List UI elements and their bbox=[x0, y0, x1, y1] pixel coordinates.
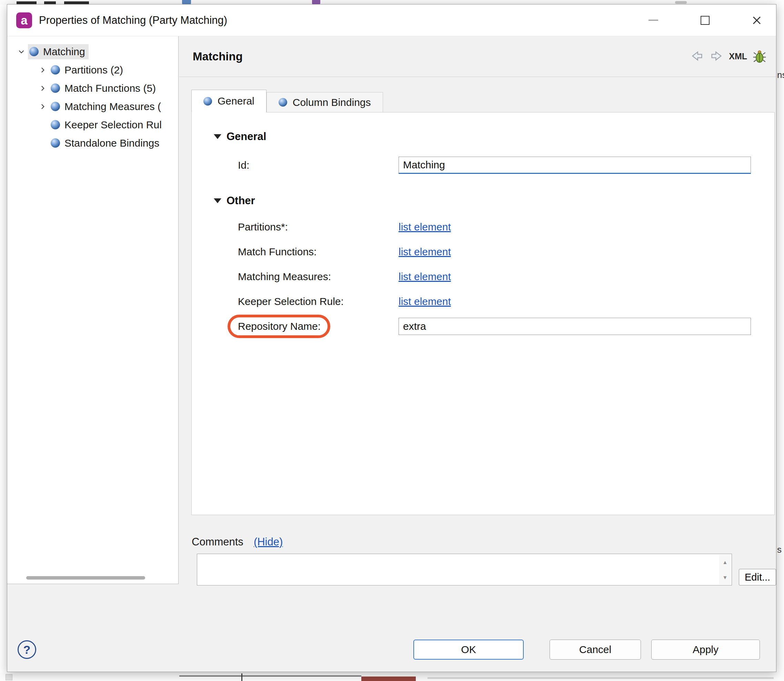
field-label-matching-measures: Matching Measures: bbox=[238, 271, 398, 282]
chevron-down-icon[interactable] bbox=[16, 47, 27, 57]
other-section-rows: Partitions*: list element Match Function… bbox=[192, 215, 775, 339]
chevron-right-icon[interactable] bbox=[38, 65, 48, 75]
comments-label: Comments bbox=[192, 536, 243, 548]
form-row-id: Id: bbox=[192, 152, 775, 179]
section-title: General bbox=[226, 130, 266, 143]
model-node-icon bbox=[29, 47, 39, 56]
help-icon[interactable]: ? bbox=[17, 640, 36, 659]
tree-item-match-functions[interactable]: Match Functions (5) bbox=[7, 79, 178, 97]
field-label-match-functions: Match Functions: bbox=[238, 246, 398, 258]
background-scrollbar-fragment bbox=[427, 677, 774, 679]
repository-name-input[interactable] bbox=[398, 318, 751, 335]
maximize-icon bbox=[700, 16, 710, 25]
comments-area: ▲ ▼ Edit... bbox=[197, 554, 776, 586]
background-red-fragment bbox=[361, 676, 416, 681]
window-controls bbox=[612, 10, 767, 31]
tab-general[interactable]: General bbox=[191, 90, 267, 112]
background-fragment bbox=[179, 675, 361, 676]
tab-content: General Id: Other Partitions*: list elem… bbox=[191, 112, 775, 515]
tree-item-label: Matching Measures ( bbox=[65, 101, 161, 112]
minimize-button[interactable] bbox=[643, 10, 664, 31]
tab-column-bindings[interactable]: Column Bindings bbox=[267, 92, 383, 112]
comment-field-container: ▲ ▼ bbox=[197, 554, 732, 586]
model-node-icon bbox=[204, 97, 212, 106]
scrollbar-thumb[interactable] bbox=[26, 576, 145, 580]
tree-item-label: Partitions (2) bbox=[65, 64, 123, 76]
model-node-icon bbox=[51, 120, 60, 129]
tree-item-label: Match Functions (5) bbox=[65, 82, 156, 94]
dialog-footer: ? OK Cancel Apply bbox=[7, 640, 776, 660]
model-tree-panel: Matching Partitions (2) Match Functions … bbox=[7, 36, 179, 584]
form-row-matching-measures: Matching Measures: list element bbox=[192, 264, 775, 289]
form-row-keeper-selection-rule: Keeper Selection Rule: list element bbox=[192, 289, 775, 314]
xml-view-button[interactable]: XML bbox=[729, 51, 747, 62]
section-header-general[interactable]: General bbox=[214, 130, 775, 143]
back-arrow-icon bbox=[690, 50, 704, 63]
section-header-other[interactable]: Other bbox=[214, 195, 775, 207]
comments-header: Comments (Hide) bbox=[192, 536, 283, 548]
hide-comments-link[interactable]: (Hide) bbox=[254, 536, 283, 548]
scroll-up-icon[interactable]: ▲ bbox=[719, 555, 731, 569]
tab-label: General bbox=[218, 95, 254, 107]
forward-button[interactable] bbox=[710, 50, 723, 63]
tree-item-label: Standalone Bindings bbox=[65, 137, 159, 149]
background-text-fragment: ns bbox=[777, 70, 784, 81]
tree-horizontal-scrollbar[interactable] bbox=[7, 576, 178, 581]
app-logo-icon: a bbox=[16, 13, 32, 28]
id-input[interactable] bbox=[398, 157, 751, 174]
model-node-icon bbox=[51, 65, 60, 74]
background-fragment bbox=[44, 2, 56, 4]
tree-item-keeper-selection-rule[interactable]: Keeper Selection Rul bbox=[7, 116, 178, 134]
model-node-icon bbox=[51, 102, 60, 111]
title-bar: a Properties of Matching (Party Matching… bbox=[7, 5, 776, 36]
pane-header-toolbar: XML bbox=[690, 50, 767, 63]
chevron-right-icon[interactable] bbox=[38, 101, 48, 112]
field-label-keeper-selection-rule: Keeper Selection Rule: bbox=[238, 296, 398, 307]
comment-scrollbar: ▲ ▼ bbox=[719, 555, 731, 584]
forward-arrow-icon bbox=[710, 50, 723, 63]
list-element-link-partitions[interactable]: list element bbox=[398, 221, 451, 233]
background-fragment bbox=[241, 673, 242, 681]
minimize-icon bbox=[648, 20, 658, 21]
comment-input[interactable] bbox=[197, 554, 732, 585]
tab-strip: General Column Bindings bbox=[191, 77, 775, 112]
list-element-link-match-functions[interactable]: list element bbox=[398, 246, 451, 258]
section-collapse-icon[interactable] bbox=[214, 134, 221, 139]
properties-dialog: a Properties of Matching (Party Matching… bbox=[7, 4, 776, 672]
field-label-repository-name: Repository Name: bbox=[238, 320, 321, 332]
background-fragment bbox=[675, 1, 687, 4]
tab-label: Column Bindings bbox=[293, 97, 371, 108]
back-button[interactable] bbox=[690, 50, 704, 63]
form-row-partitions: Partitions*: list element bbox=[192, 215, 775, 239]
ok-button[interactable]: OK bbox=[413, 640, 524, 660]
section-title: Other bbox=[226, 195, 255, 207]
tree-item-standalone-bindings[interactable]: Standalone Bindings bbox=[7, 134, 178, 152]
field-label-id: Id: bbox=[238, 159, 398, 171]
close-button[interactable] bbox=[746, 10, 767, 31]
model-node-icon bbox=[278, 98, 287, 107]
model-node-icon bbox=[51, 138, 60, 148]
list-element-link-matching-measures[interactable]: list element bbox=[398, 271, 451, 282]
tree-item-partitions[interactable]: Partitions (2) bbox=[7, 61, 178, 79]
window-title: Properties of Matching (Party Matching) bbox=[39, 14, 227, 27]
model-node-icon bbox=[51, 84, 60, 93]
cancel-button[interactable]: Cancel bbox=[550, 640, 641, 660]
properties-pane: Matching XML bbox=[179, 36, 776, 671]
background-fragment bbox=[64, 2, 89, 4]
background-fragment bbox=[6, 674, 13, 680]
bug-icon[interactable] bbox=[752, 50, 767, 63]
edit-comment-button[interactable]: Edit... bbox=[739, 569, 776, 586]
form-row-repository-name: Repository Name: bbox=[192, 314, 775, 339]
tree-item-matching-measures[interactable]: Matching Measures ( bbox=[7, 97, 178, 116]
scroll-down-icon[interactable]: ▼ bbox=[719, 570, 731, 584]
background-fragment bbox=[17, 2, 36, 4]
list-element-link-keeper-selection-rule[interactable]: list element bbox=[398, 296, 451, 307]
apply-button[interactable]: Apply bbox=[651, 640, 760, 660]
background-text-fragment: s bbox=[777, 545, 782, 555]
background-app-right-edge: ns s bbox=[776, 0, 784, 681]
chevron-right-icon[interactable] bbox=[38, 83, 48, 93]
maximize-button[interactable] bbox=[695, 10, 715, 31]
tree-item-label: Keeper Selection Rul bbox=[65, 119, 162, 131]
section-collapse-icon[interactable] bbox=[214, 198, 221, 203]
tree-item-matching[interactable]: Matching bbox=[7, 43, 178, 61]
